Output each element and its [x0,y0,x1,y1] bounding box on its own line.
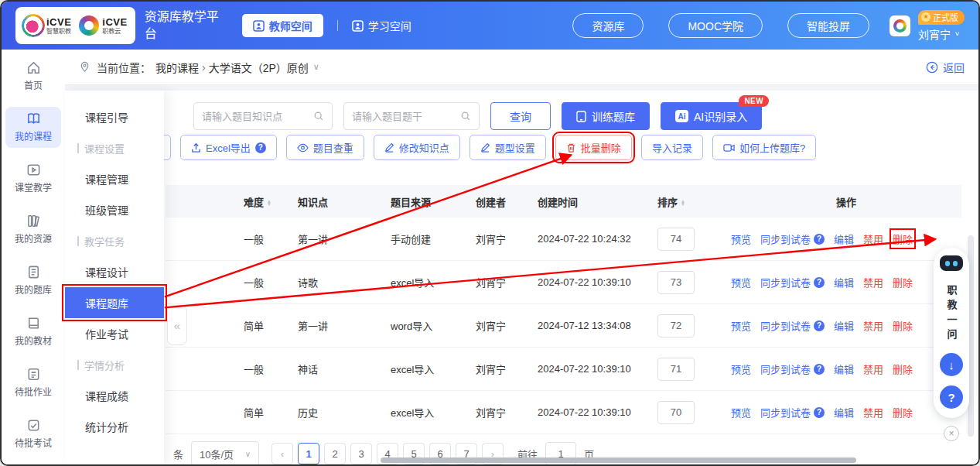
sync-help-icon[interactable]: ? [814,407,825,418]
disable-link[interactable]: 禁用 [863,361,883,376]
delete-link[interactable]: 删除 [893,275,913,290]
excel-export-button[interactable]: Excel导出 ? [180,135,277,160]
sidebar-item-my-courses[interactable]: 我的课程 [5,107,61,148]
edit-link[interactable]: 编辑 [834,405,854,420]
sync-help-icon[interactable]: ? [814,277,825,288]
nav-learning-label: 学习空间 [368,18,411,33]
download-icon[interactable]: ↓ [940,353,963,376]
order-input[interactable] [657,358,695,381]
sidebar-item-pending-homework[interactable]: 待批作业 [5,362,61,403]
duplicate-check-label: 题目查重 [313,140,353,155]
disable-link[interactable]: 禁用 [863,275,883,290]
batch-delete-button[interactable]: 批量删除 [555,135,632,160]
sync-to-paper-link[interactable]: 同步到试卷 [760,318,811,333]
prev-page-button[interactable]: ‹ [271,443,293,464]
delete-link[interactable]: 删除 [893,231,913,246]
training-bank-button[interactable]: 训练题库 [562,102,650,130]
sort-icon[interactable]: ▲▼ [266,200,272,207]
menu-item-homework-exam[interactable]: 作业考试 [65,318,164,349]
sidebar-item-my-resources[interactable]: 我的资源 [5,209,61,250]
menu-item-course-question-bank[interactable]: 课程题库 [65,287,164,318]
preview-link[interactable]: 预览 [731,231,751,246]
link-mooc-academy[interactable]: MOOC学院 [668,13,763,38]
breadcrumb: 当前位置： 我的课程 › 大学语文（2P）原创 ∨ 返回 [65,50,978,85]
delete-link[interactable]: 删除 [893,361,913,376]
excel-help-icon[interactable]: ? [255,142,266,153]
sync-help-icon[interactable]: ? [814,364,825,375]
page-button-2[interactable]: 2 [324,443,346,464]
sync-to-paper-link[interactable]: 同步到试卷 [760,405,811,420]
disable-link[interactable]: 禁用 [863,405,883,420]
menu-item-course-guide[interactable]: 课程引导 [65,101,164,132]
order-input[interactable] [657,271,695,294]
import-record-button[interactable]: 导入记录 [641,135,703,160]
location-pin-icon [79,61,90,73]
sync-to-paper-link[interactable]: 同步到试卷 [760,231,811,246]
breadcrumb-chevron-icon[interactable]: ∨ [313,62,319,72]
delete-link[interactable]: 删除 [893,318,913,333]
order-input[interactable] [657,314,695,338]
assistant-widget: 职教一问 ↓ ? × [934,248,969,441]
close-icon[interactable]: × [944,426,959,441]
ai-recognition-button[interactable]: Ai AI识别录入 NEW [661,102,762,130]
page-size-select[interactable]: 10条/页 ∨ [191,441,259,466]
user-menu[interactable]: 刘宵宁 ∨ [918,26,960,42]
avatar[interactable] [890,15,910,36]
sync-to-paper-link[interactable]: 同步到试卷 [760,361,811,376]
preview-link[interactable]: 预览 [731,405,751,420]
order-input[interactable] [657,401,695,424]
preview-link[interactable]: 预览 [731,318,751,333]
menu-item-course-management[interactable]: 课程管理 [65,163,164,194]
edit-link[interactable]: 编辑 [834,361,854,376]
delete-link[interactable]: 删除 [893,405,913,420]
link-smart-cast[interactable]: 智能投屏 [787,13,869,38]
breadcrumb-parent[interactable]: 我的课程 [155,60,199,75]
logo1-brand: iCVE [46,17,71,27]
nav-teacher-space[interactable]: 教师空间 [242,14,323,37]
preview-link[interactable]: 预览 [731,275,751,290]
sidebar-item-home[interactable]: 首页 [5,56,61,97]
nav-learning-space[interactable]: 学习空间 [352,18,411,33]
upload-help-button[interactable]: 如何上传题库? [712,135,816,160]
cell-source: 手动创建 [386,231,471,246]
link-resource-library[interactable]: 资源库 [572,13,644,38]
sync-help-icon[interactable]: ? [814,234,825,245]
back-button[interactable]: 返回 [926,60,965,75]
sidebar-item-my-textbooks[interactable]: 我的教材 [5,311,61,352]
preview-link[interactable]: 预览 [731,361,751,376]
edit-link[interactable]: 编辑 [834,318,854,333]
question-type-button[interactable]: 题型设置 [470,135,546,160]
page-button-1[interactable]: 1 [298,443,319,464]
sort-icon[interactable]: ▲▼ [680,200,686,207]
robot-icon[interactable] [938,252,965,276]
disable-link[interactable]: 禁用 [863,318,883,333]
order-input[interactable] [657,228,695,251]
question-stem-input[interactable] [352,111,456,122]
page-button-3[interactable]: 3 [350,443,372,464]
version-badge: ★ 正式版 [918,10,965,25]
sync-help-icon[interactable]: ? [814,320,825,331]
menu-item-course-grades[interactable]: 课程成绩 [65,380,164,411]
menu-item-class-management[interactable]: 班级管理 [65,194,164,225]
left-sidebar: 首页 我的课程 课堂教学 我的资源 我的题库 我的教材 待批作业 待批考试 [2,50,65,464]
menu-item-statistics[interactable]: 统计分析 [65,411,164,442]
disable-link[interactable]: 禁用 [863,231,883,246]
edit-link[interactable]: 编辑 [834,231,854,246]
query-button[interactable]: 查询 [490,102,551,130]
content-area: 当前位置： 我的课程 › 大学语文（2P）原创 ∨ 返回 查询 [65,50,978,464]
sidebar-item-classroom-teaching[interactable]: 课堂教学 [5,158,61,199]
sidebar-item-pending-exams[interactable]: 待批考试 [5,413,61,454]
breadcrumb-location-label: 当前位置： [97,60,151,75]
horizontal-scrollbar[interactable] [381,457,856,463]
edit-knowledge-button[interactable]: 修改知识点 [374,135,460,160]
assistant-title[interactable]: 职教一问 [944,285,959,344]
menu-item-course-design[interactable]: 课程设计 [65,256,164,287]
edit-link[interactable]: 编辑 [834,275,854,290]
help-icon[interactable]: ? [940,385,963,409]
batch-delete-label: 批量删除 [581,140,621,155]
sync-to-paper-link[interactable]: 同步到试卷 [760,275,811,290]
panel-collapse-handle[interactable]: « [167,305,187,345]
knowledge-point-input[interactable] [202,111,309,122]
sidebar-item-my-question-bank[interactable]: 我的题库 [5,260,61,301]
duplicate-check-button[interactable]: 题目查重 [286,135,364,160]
